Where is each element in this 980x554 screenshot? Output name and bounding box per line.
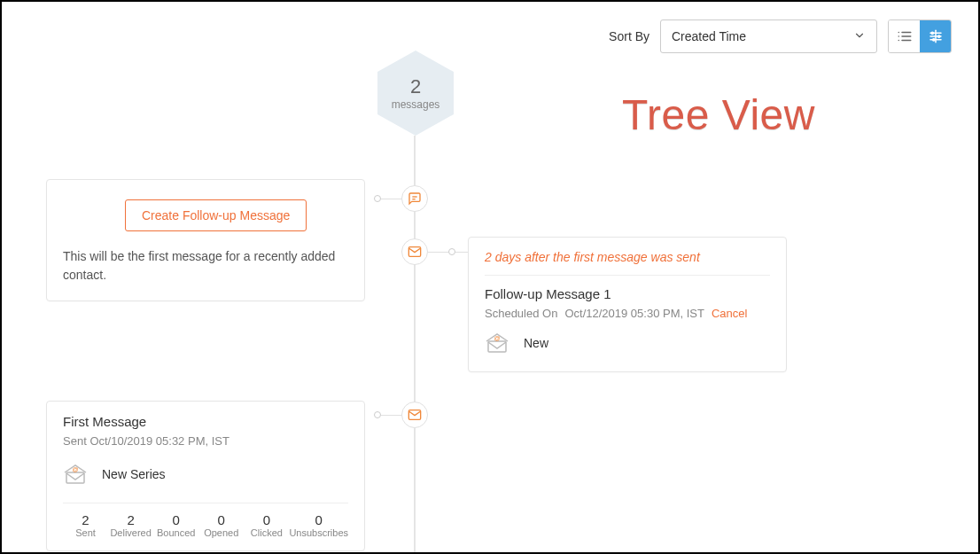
sort-dropdown[interactable]: Created Time <box>660 20 877 53</box>
stat-value: 0 <box>315 512 323 527</box>
envelope-icon <box>408 245 422 259</box>
followup-scheduled-value: Oct/12/2019 05:30 PM, IST <box>564 307 704 320</box>
create-followup-description: This will be the first message for a rec… <box>63 247 348 285</box>
sort-dropdown-value: Created Time <box>672 29 746 43</box>
followup-message-card[interactable]: 2 days after the first message was sent … <box>468 237 787 372</box>
connector-line <box>381 415 402 416</box>
timeline: 2 messages Create Follow-up Message This… <box>2 51 978 552</box>
series-name: New Series <box>102 467 166 481</box>
connector-dot <box>448 248 455 255</box>
stat-clicked: 0 Clicked <box>244 512 289 538</box>
stat-value: 0 <box>263 512 270 527</box>
stat-opened: 0 Opened <box>198 512 244 538</box>
followup-status: New <box>524 336 548 350</box>
cancel-link[interactable]: Cancel <box>712 307 747 320</box>
stat-label: Clicked <box>251 527 283 538</box>
create-followup-button[interactable]: Create Follow-up Message <box>125 199 307 231</box>
stat-sent: 2 Sent <box>63 512 108 538</box>
stat-value: 2 <box>82 512 89 527</box>
envelope-icon <box>408 408 422 422</box>
connector-line <box>381 199 402 199</box>
create-followup-card: Create Follow-up Message This will be th… <box>46 179 365 301</box>
svg-text:@: @ <box>72 466 78 472</box>
connector-dot <box>374 411 381 418</box>
followup-title: Follow-up Message 1 <box>485 286 770 301</box>
sort-by-label: Sort By <box>609 29 649 43</box>
stat-value: 0 <box>218 512 225 527</box>
stat-value: 0 <box>173 512 180 527</box>
message-count-label: messages <box>392 98 440 111</box>
timeline-node-first-message <box>401 402 428 428</box>
top-toolbar: Sort By Created Time <box>609 20 952 53</box>
timeline-node-create <box>401 185 428 212</box>
stat-label: Delivered <box>110 527 151 538</box>
svg-rect-19 <box>66 472 84 483</box>
svg-point-11 <box>937 35 939 37</box>
mail-icon: @ <box>63 464 88 485</box>
stat-label: Unsubscribes <box>289 527 348 538</box>
svg-point-12 <box>932 39 934 41</box>
stat-value: 2 <box>127 512 134 527</box>
first-message-card[interactable]: First Message Sent Oct/10/2019 05:32 PM,… <box>46 401 365 551</box>
timeline-summary-hexagon: 2 messages <box>377 51 454 136</box>
chevron-down-icon <box>853 29 866 44</box>
stat-label: Bounced <box>157 527 195 538</box>
view-toggle <box>888 20 952 53</box>
message-count: 2 <box>410 75 421 98</box>
comment-icon <box>408 191 422 206</box>
first-message-title: First Message <box>63 414 348 429</box>
stat-unsubscribes: 0 Unsubscribes <box>289 512 348 538</box>
first-message-sent-label: Sent <box>63 434 87 448</box>
stat-bounced: 0 Bounced <box>153 512 198 538</box>
svg-point-10 <box>931 32 933 34</box>
svg-rect-17 <box>488 341 506 352</box>
tree-view-button[interactable] <box>920 20 951 52</box>
followup-scheduled-label: Scheduled On <box>485 307 557 320</box>
mail-icon: @ <box>485 332 509 354</box>
stat-delivered: 2 Delivered <box>108 512 153 538</box>
first-message-sent-value: Oct/10/2019 05:32 PM, IST <box>89 434 229 448</box>
timeline-node-followup <box>401 238 428 265</box>
followup-rule-text: 2 days after the first message was sent <box>485 250 770 276</box>
list-view-button[interactable] <box>889 20 920 52</box>
connector-dot <box>374 195 381 202</box>
svg-text:@: @ <box>494 335 500 341</box>
stat-label: Sent <box>75 527 96 538</box>
stat-label: Opened <box>204 527 238 538</box>
first-message-stats: 2 Sent 2 Delivered 0 Bounced 0 Opened 0 … <box>63 503 348 538</box>
